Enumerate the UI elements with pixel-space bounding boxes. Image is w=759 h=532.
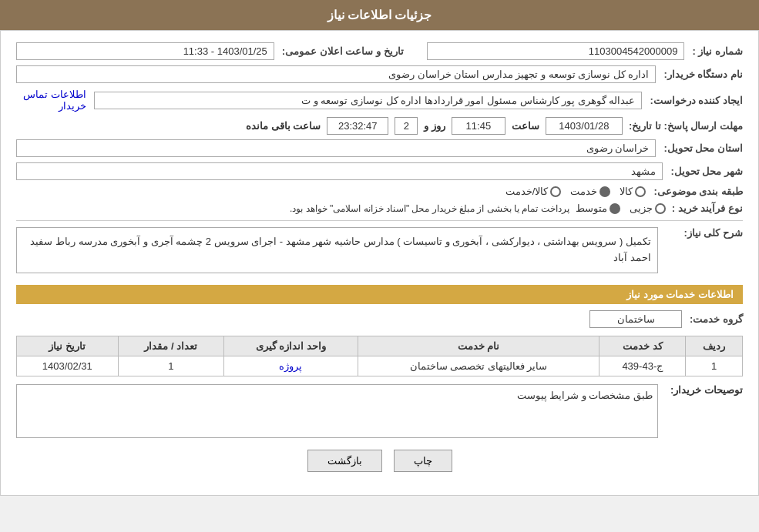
creator-row: ایجاد کننده درخواست: عبداله گوهری پور کا…: [16, 89, 743, 112]
city-label: شهر محل تحویل:: [670, 166, 743, 177]
services-section-title: اطلاعات خدمات مورد نیاز: [16, 285, 743, 304]
cell-name: سایر فعالیتهای تخصصی ساختمان: [358, 356, 599, 376]
radio-mottavaset-label: متوسط: [576, 202, 607, 214]
col-header-row: ردیف: [686, 336, 743, 356]
category-option-khedmat[interactable]: خدمت: [570, 186, 610, 197]
radio-kala-khedmat-label: کالا/خدمت: [505, 186, 549, 197]
contact-info-link[interactable]: اطلاعات تماس خریدار: [16, 89, 86, 112]
process-option-mottavaset[interactable]: متوسط: [576, 202, 620, 214]
creator-value: عبداله گوهری پور کارشناس مسئول امور قرار…: [94, 92, 643, 109]
cell-row: 1: [686, 356, 743, 376]
radio-kala-icon: [635, 186, 646, 197]
province-value: خراسان رضوی: [16, 139, 656, 157]
table-header: ردیف کد خدمت نام خدمت واحد اندازه گیری ت…: [17, 336, 743, 356]
buyer-desc-label: توصیحات خریدار:: [666, 384, 743, 396]
service-group-label: گروه خدمت:: [690, 313, 743, 325]
deadline-time: 11:45: [452, 117, 505, 135]
process-radio-group: جزیی متوسط: [576, 202, 666, 214]
cell-unit: پروژه: [224, 356, 358, 376]
city-value: مشهد: [16, 162, 663, 180]
category-option-kala-khedmat[interactable]: کالا/خدمت: [505, 186, 562, 197]
deadline-days: 2: [395, 117, 418, 135]
back-button[interactable]: بازگشت: [307, 450, 382, 472]
table-row: 1 ج-43-439 سایر فعالیتهای تخصصی ساختمان …: [17, 356, 743, 376]
need-number-value: 1103004542000009: [427, 42, 685, 60]
need-number-row: شماره نیاز : 1103004542000009 تاریخ و سا…: [16, 42, 743, 60]
deadline-day-label: روز و: [424, 120, 445, 132]
col-header-name: نام خدمت: [358, 336, 599, 356]
description-row: شرح کلی نیاز: تکمیل ( سرویس بهداشتی ، دی…: [16, 227, 743, 273]
date-value: 1403/01/25 - 11:33: [16, 42, 274, 60]
radio-mottavaset-icon: [610, 203, 620, 214]
cell-qty: 1: [118, 356, 224, 376]
creator-label: ایجاد کننده درخواست:: [650, 95, 743, 106]
process-label: نوع فرآیند خرید :: [672, 202, 743, 214]
page-header: جزئیات اطلاعات نیاز: [0, 0, 759, 30]
deadline-label: مهلت ارسال پاسخ: تا تاریخ:: [629, 120, 743, 132]
cell-date: 1403/02/31: [17, 356, 119, 376]
deadline-row: مهلت ارسال پاسخ: تا تاریخ: 1403/01/28 سا…: [16, 117, 743, 135]
buyer-name-label: نام دستگاه خریدار:: [663, 69, 743, 80]
buyer-desc-value: طبق مشخصات و شرایط پیوست: [16, 384, 658, 438]
col-header-qty: تعداد / مقدار: [118, 336, 224, 356]
province-row: استان محل تحویل: خراسان رضوی: [16, 139, 743, 157]
category-row: طبقه بندی موضوعی: کالا خدمت کالا/خدمت: [16, 186, 743, 197]
province-label: استان محل تحویل:: [663, 142, 743, 154]
print-button[interactable]: چاپ: [394, 450, 452, 472]
radio-kala-khedmat-icon: [550, 186, 561, 197]
description-value: تکمیل ( سرویس بهداشتی ، دیوارکشی ، آبخور…: [16, 227, 658, 273]
deadline-remaining-label: ساعت باقی مانده: [246, 120, 321, 132]
process-option-jozi[interactable]: جزیی: [630, 202, 666, 214]
cell-code: ج-43-439: [599, 356, 686, 376]
service-group-row: گروه خدمت: ساختمان: [16, 310, 743, 328]
city-row: شهر محل تحویل: مشهد: [16, 162, 743, 180]
buyer-name-value: اداره کل نوسازی توسعه و تجهیز مدارس استا…: [16, 65, 656, 83]
category-label: طبقه بندی موضوعی:: [653, 186, 743, 197]
buyer-name-row: نام دستگاه خریدار: اداره کل نوسازی توسعه…: [16, 65, 743, 83]
footer-buttons: چاپ بازگشت: [16, 450, 743, 472]
process-row: نوع فرآیند خرید : جزیی متوسط پرداخت تمام…: [16, 202, 743, 214]
deadline-remaining: 23:32:47: [327, 117, 388, 135]
category-radio-group: کالا خدمت کالا/خدمت: [505, 186, 646, 197]
page-title: جزئیات اطلاعات نیاز: [327, 8, 432, 22]
main-content: شماره نیاز : 1103004542000009 تاریخ و سا…: [0, 30, 759, 496]
radio-khedmat-icon: [599, 186, 610, 197]
col-header-unit: واحد اندازه گیری: [224, 336, 358, 356]
deadline-date: 1403/01/28: [546, 117, 623, 135]
radio-jozi-label: جزیی: [630, 202, 653, 214]
service-group-value: ساختمان: [589, 310, 682, 328]
col-header-code: کد خدمت: [599, 336, 686, 356]
description-label: شرح کلی نیاز:: [666, 227, 743, 239]
buyer-description-section: توصیحات خریدار: طبق مشخصات و شرایط پیوست: [16, 384, 743, 438]
divider-1: [16, 220, 743, 221]
col-header-date: تاریخ نیاز: [17, 336, 119, 356]
category-option-kala[interactable]: کالا: [620, 186, 646, 197]
table-body: 1 ج-43-439 سایر فعالیتهای تخصصی ساختمان …: [17, 356, 743, 376]
radio-kala-label: کالا: [620, 186, 633, 197]
services-table: ردیف کد خدمت نام خدمت واحد اندازه گیری ت…: [16, 336, 743, 376]
radio-khedmat-label: خدمت: [570, 186, 597, 197]
date-label: تاریخ و ساعت اعلان عمومی:: [282, 45, 404, 57]
buyer-desc-text: طبق مشخصات و شرایط پیوست: [22, 390, 653, 401]
process-note: پرداخت تمام یا بخشی از مبلغ خریدار محل "…: [290, 203, 569, 214]
radio-jozi-icon: [655, 203, 666, 214]
need-number-label: شماره نیاز :: [692, 45, 743, 57]
deadline-time-label: ساعت: [512, 120, 539, 132]
